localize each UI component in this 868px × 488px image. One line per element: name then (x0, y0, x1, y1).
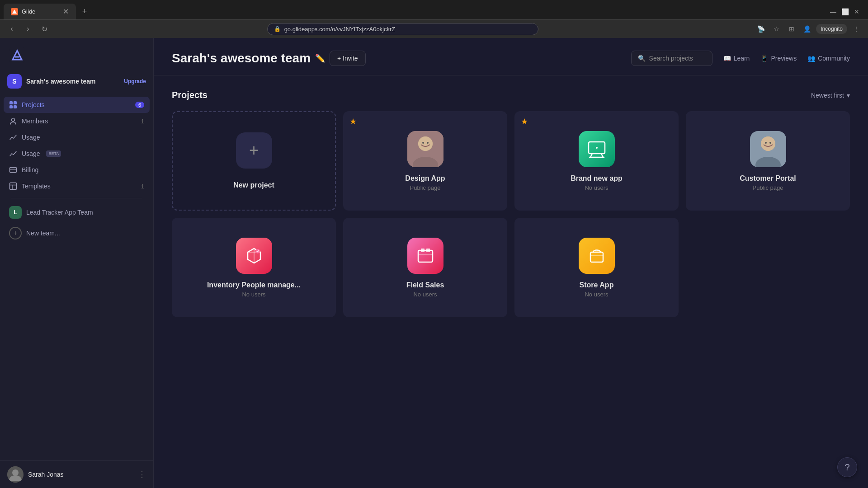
customer-portal-meta: Public page (753, 184, 783, 191)
new-team-plus-icon: + (9, 227, 22, 239)
sidebar-item-usage[interactable]: Usage (4, 129, 150, 145)
tab-favicon (11, 8, 18, 15)
sidebar-divider (11, 198, 142, 198)
design-app-name: Design App (405, 174, 445, 183)
svg-point-15 (12, 469, 19, 476)
svg-rect-35 (421, 249, 425, 252)
cast-icon[interactable]: 📡 (755, 23, 767, 35)
sort-button[interactable]: Newest first ▾ (811, 92, 850, 99)
projects-grid: + New project ★ (172, 111, 850, 317)
project-card-brand-new-app[interactable]: ★ Brand new app No users (514, 111, 679, 211)
brand-new-app-name: Brand new app (571, 174, 623, 183)
svg-rect-34 (418, 250, 433, 262)
active-tab[interactable]: Glide ✕ (4, 4, 76, 19)
help-button[interactable]: ? (837, 457, 857, 477)
close-window-button[interactable]: ✕ (853, 8, 861, 16)
field-sales-icon (407, 238, 443, 274)
menu-button[interactable]: ⋮ (850, 23, 863, 35)
beta-badge: BETA (46, 150, 61, 157)
svg-point-8 (12, 118, 15, 122)
maximize-button[interactable]: ⬜ (841, 8, 849, 16)
refresh-button[interactable]: ↻ (38, 23, 51, 35)
sidebar-nav: Projects 6 Members 1 (0, 93, 153, 460)
projects-section: Projects Newest first ▾ + New project ★ (154, 75, 868, 332)
project-card-store-app[interactable]: Store App No users (514, 218, 679, 317)
sidebar-item-usage-beta[interactable]: Usage BETA (4, 145, 150, 162)
search-icon: 🔍 (638, 55, 646, 62)
learn-button[interactable]: 📖 Learn (723, 55, 750, 62)
svg-point-21 (427, 142, 429, 144)
learn-icon: 📖 (723, 55, 731, 62)
sidebar-footer: Sarah Jonas ⋮ (0, 460, 153, 488)
new-tab-button[interactable]: + (78, 5, 91, 19)
inventory-icon (236, 238, 272, 274)
members-icon (9, 117, 17, 125)
field-sales-meta: No users (413, 291, 437, 298)
lead-tracker-team-avatar: L (9, 206, 22, 219)
invite-button[interactable]: + Invite (330, 51, 366, 66)
store-app-meta: No users (585, 291, 608, 298)
project-card-design-app[interactable]: ★ Design App Public page (343, 111, 507, 211)
user-name: Sarah Jonas (28, 471, 133, 478)
sidebar-team-name: Sarah's awesome team (26, 78, 119, 85)
community-button[interactable]: 👥 Community (807, 55, 850, 62)
brand-new-app-meta: No users (585, 184, 608, 191)
sidebar-item-members[interactable]: Members 1 (4, 113, 150, 129)
design-app-meta: Public page (410, 184, 441, 191)
svg-marker-0 (12, 9, 17, 14)
profile-icon[interactable]: 👤 (801, 23, 813, 35)
new-project-card[interactable]: + New project (172, 111, 336, 211)
edit-team-name-button[interactable]: ✏️ (315, 53, 325, 63)
design-app-icon (407, 131, 443, 167)
incognito-button[interactable]: Incognito (816, 24, 847, 34)
lead-tracker-team-label: Lead Tracker App Team (26, 209, 93, 216)
brand-new-app-star-icon: ★ (521, 117, 528, 127)
billing-icon (9, 166, 17, 174)
sidebar-logo (0, 38, 153, 70)
back-button[interactable]: ‹ (5, 23, 18, 35)
team-avatar: S (7, 74, 22, 89)
previews-button[interactable]: 📱 Previews (760, 55, 797, 62)
search-projects-input[interactable]: 🔍 Search projects (631, 51, 712, 66)
main-content: Sarah's awesome team ✏️ + Invite 🔍 Searc… (154, 38, 868, 488)
project-card-inventory[interactable]: Inventory People manage... No users (172, 218, 336, 317)
user-more-button[interactable]: ⋮ (138, 469, 146, 479)
minimize-button[interactable]: — (829, 8, 837, 16)
forward-button[interactable]: › (22, 23, 34, 35)
tab-close-button[interactable]: ✕ (63, 7, 69, 16)
previews-icon: 📱 (760, 55, 768, 62)
project-card-customer-portal[interactable]: Customer Portal Public page (686, 111, 850, 211)
sort-label: Newest first (811, 92, 844, 99)
projects-label: Projects (22, 101, 45, 108)
sidebar: S Sarah's awesome team Upgrade Projects … (0, 38, 154, 488)
sidebar-team-section: S Sarah's awesome team Upgrade (0, 70, 153, 93)
members-count: 1 (141, 118, 144, 125)
sidebar-item-lead-tracker-team[interactable]: L Lead Tracker App Team (4, 202, 150, 223)
project-card-field-sales[interactable]: Field Sales No users (343, 218, 507, 317)
svg-point-20 (422, 142, 424, 144)
glide-logo-icon (9, 47, 25, 63)
page-title-area: Sarah's awesome team ✏️ + Invite (172, 51, 624, 66)
split-view-icon[interactable]: ⊞ (785, 23, 798, 35)
sidebar-item-templates[interactable]: Templates 1 (4, 178, 150, 194)
members-label: Members (22, 117, 48, 125)
address-bar-right: 📡 ☆ ⊞ 👤 Incognito ⋮ (755, 23, 863, 35)
url-bar[interactable]: 🔒 go.glideapps.com/o/vvJNYITxjzzA0okjckr… (267, 23, 538, 35)
bookmark-icon[interactable]: ☆ (770, 23, 783, 35)
templates-icon (9, 182, 17, 190)
sidebar-item-projects[interactable]: Projects 6 (4, 97, 150, 113)
svg-rect-38 (590, 252, 603, 262)
section-header: Projects Newest first ▾ (172, 90, 850, 100)
window-controls: — ⬜ ✕ (829, 8, 864, 16)
learn-label: Learn (734, 55, 750, 62)
billing-label: Billing (22, 166, 38, 174)
svg-rect-36 (426, 249, 430, 252)
svg-rect-4 (9, 101, 13, 104)
community-icon: 👥 (807, 55, 815, 62)
upgrade-button[interactable]: Upgrade (124, 78, 146, 84)
user-avatar (7, 466, 24, 483)
lock-icon: 🔒 (274, 26, 281, 32)
new-team-button[interactable]: + New team... (4, 223, 150, 244)
community-label: Community (818, 55, 850, 62)
sidebar-item-billing[interactable]: Billing (4, 162, 150, 178)
